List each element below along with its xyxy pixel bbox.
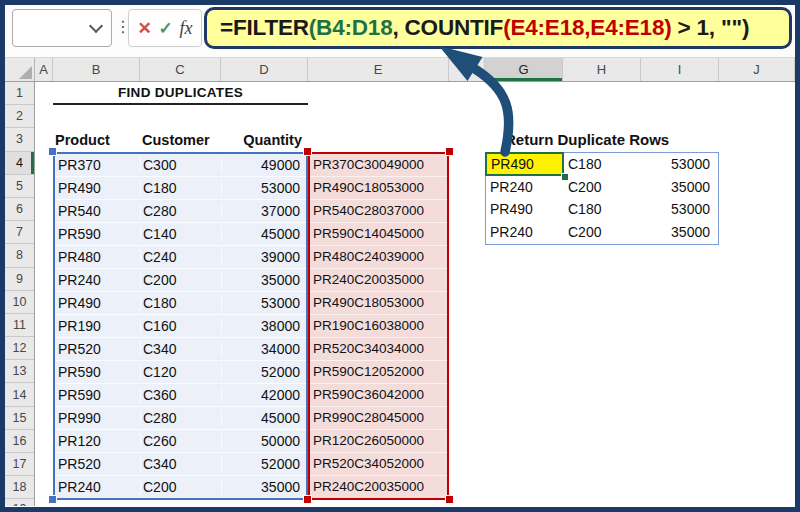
row-header-8[interactable]: 8: [5, 244, 34, 267]
cell-product[interactable]: PR990: [55, 410, 140, 426]
row-header-5[interactable]: 5: [5, 175, 34, 198]
cell-product[interactable]: PR240: [55, 479, 140, 495]
cell-product[interactable]: PR520: [55, 341, 140, 357]
result-cell-customer[interactable]: C200: [564, 179, 642, 195]
result-cell-product[interactable]: PR240: [486, 224, 564, 240]
header-cell-product[interactable]: Product: [55, 128, 110, 151]
cell-quantity[interactable]: 49000: [221, 157, 306, 173]
cell-customer[interactable]: C240: [140, 249, 221, 265]
row-header-18[interactable]: 18: [5, 476, 34, 499]
cell-concat[interactable]: PR190C16038000: [313, 318, 424, 333]
cell-concat[interactable]: PR370C30049000: [313, 157, 424, 172]
column-header-A[interactable]: A: [35, 58, 53, 81]
row-header-6[interactable]: 6: [5, 198, 34, 221]
select-all-corner[interactable]: [5, 58, 35, 81]
blue-range-handle-bottom-left[interactable]: [49, 496, 56, 503]
result-cell-quantity[interactable]: 35000: [642, 179, 718, 195]
cell-customer[interactable]: C160: [140, 318, 221, 334]
cell-quantity[interactable]: 38000: [221, 318, 306, 334]
cell-quantity[interactable]: 34000: [221, 341, 306, 357]
column-header-I[interactable]: I: [641, 58, 719, 81]
name-box[interactable]: [12, 9, 112, 47]
cell-product[interactable]: PR190: [55, 318, 140, 334]
cell-product[interactable]: PR590: [55, 387, 140, 403]
cell-customer[interactable]: C180: [140, 180, 221, 196]
cell-quantity[interactable]: 53000: [221, 295, 306, 311]
cell-customer[interactable]: C360: [140, 387, 221, 403]
cell-customer[interactable]: C140: [140, 226, 221, 242]
cell-product[interactable]: PR590: [55, 364, 140, 380]
cell-concat[interactable]: PR490C18053000: [313, 295, 424, 310]
red-range-handle-top-right[interactable]: [446, 148, 453, 155]
cell-quantity[interactable]: 50000: [221, 433, 306, 449]
row-header-12[interactable]: 12: [5, 337, 34, 360]
fill-handle[interactable]: [561, 173, 569, 181]
cell-quantity[interactable]: 53000: [221, 180, 306, 196]
cell-quantity[interactable]: 42000: [221, 387, 306, 403]
cell-concat[interactable]: PR590C12052000: [313, 364, 424, 379]
result-cell-customer[interactable]: C180: [564, 156, 642, 172]
cell-customer[interactable]: C200: [140, 479, 221, 495]
column-header-F[interactable]: F: [449, 58, 485, 81]
helper-concat-range-E4-E18[interactable]: PR370C30049000PR490C18053000PR540C280370…: [308, 152, 449, 500]
cell-concat[interactable]: PR590C36042000: [313, 387, 424, 402]
cell-customer[interactable]: C200: [140, 272, 221, 288]
result-cell-quantity[interactable]: 53000: [642, 156, 718, 172]
insert-function-icon[interactable]: fx: [180, 18, 193, 39]
column-header-D[interactable]: D: [221, 58, 308, 81]
cell-quantity[interactable]: 52000: [221, 456, 306, 472]
cell-product[interactable]: PR520: [55, 456, 140, 472]
cell-product[interactable]: PR120: [55, 433, 140, 449]
formula-input[interactable]: =FILTER(B4:D18, COUNTIF(E4:E18,E4:E18) >…: [204, 7, 792, 49]
cell-quantity[interactable]: 52000: [221, 364, 306, 380]
cell-product[interactable]: PR370: [55, 157, 140, 173]
cell-concat[interactable]: PR540C28037000: [313, 203, 424, 218]
cell-concat[interactable]: PR520C34052000: [313, 456, 424, 471]
row-header-1[interactable]: 1: [5, 82, 34, 105]
cell-product[interactable]: PR480: [55, 249, 140, 265]
row-header-10[interactable]: 10: [5, 291, 34, 314]
cell-concat[interactable]: PR490C18053000: [313, 180, 424, 195]
row-header-9[interactable]: 9: [5, 268, 34, 291]
header-cell-customer[interactable]: Customer: [142, 128, 210, 151]
cell-customer[interactable]: C340: [140, 456, 221, 472]
red-range-handle-bottom-left[interactable]: [304, 496, 311, 503]
row-header-11[interactable]: 11: [5, 314, 34, 337]
row-header-4[interactable]: 4: [5, 152, 34, 175]
result-cell-customer[interactable]: C180: [564, 201, 642, 217]
blue-range-handle-top-left[interactable]: [49, 148, 56, 155]
source-data-range-B4-D18[interactable]: PR370C30049000PR490C18053000PR540C280370…: [53, 152, 308, 500]
cell-concat[interactable]: PR240C20035000: [313, 272, 424, 287]
cell-concat[interactable]: PR590C14045000: [313, 226, 424, 241]
row-header-17[interactable]: 17: [5, 453, 34, 476]
cell-quantity[interactable]: 37000: [221, 203, 306, 219]
title-cell[interactable]: FIND DUPLICATES: [53, 82, 308, 105]
column-header-J[interactable]: J: [719, 58, 795, 81]
cell-quantity[interactable]: 35000: [221, 272, 306, 288]
cell-customer[interactable]: C300: [140, 157, 221, 173]
row-header-19-partial[interactable]: 19: [5, 499, 34, 506]
row-header-16[interactable]: 16: [5, 430, 34, 453]
cell-concat[interactable]: PR480C24039000: [313, 249, 424, 264]
cell-product[interactable]: PR490: [55, 295, 140, 311]
cell-quantity[interactable]: 35000: [221, 479, 306, 495]
result-cell-customer[interactable]: C200: [564, 224, 642, 240]
column-header-C[interactable]: C: [140, 58, 221, 81]
cell-customer[interactable]: C260: [140, 433, 221, 449]
enter-icon[interactable]: ✓: [158, 18, 172, 39]
result-cell-quantity[interactable]: 35000: [642, 224, 718, 240]
result-cell-product[interactable]: PR240: [486, 179, 564, 195]
row-header-15[interactable]: 15: [5, 407, 34, 430]
cell-concat[interactable]: PR520C34034000: [313, 341, 424, 356]
active-cell-G4[interactable]: PR490: [485, 152, 564, 176]
cell-customer[interactable]: C180: [140, 295, 221, 311]
column-header-E[interactable]: E: [308, 58, 449, 81]
result-cell-quantity[interactable]: 53000: [642, 201, 718, 217]
cell-customer[interactable]: C280: [140, 410, 221, 426]
red-range-handle-bottom-right[interactable]: [446, 496, 453, 503]
cell-customer[interactable]: C280: [140, 203, 221, 219]
cell-customer[interactable]: C340: [140, 341, 221, 357]
result-cell-product[interactable]: PR490: [486, 201, 564, 217]
cell-concat[interactable]: PR240C20035000: [313, 479, 424, 494]
cell-concat[interactable]: PR990C28045000: [313, 410, 424, 425]
